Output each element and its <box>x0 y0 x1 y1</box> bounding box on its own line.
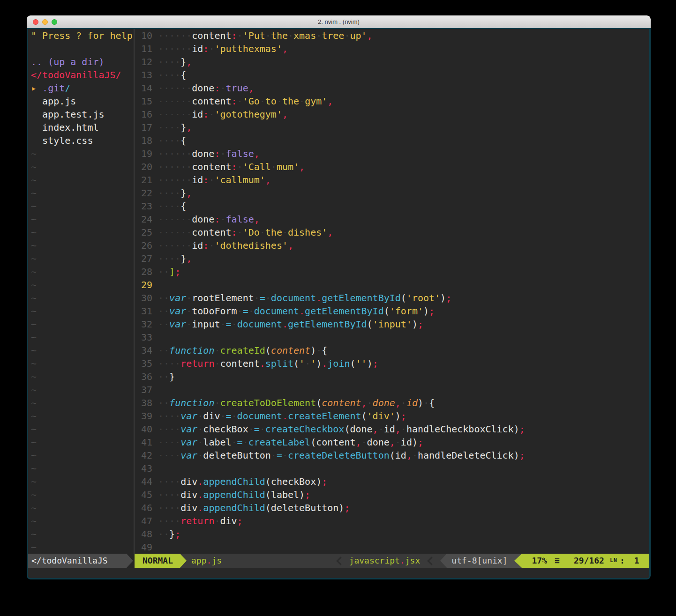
code-line[interactable]: 36··} <box>135 370 649 383</box>
token: ( <box>265 476 271 487</box>
code-line[interactable]: 38··function·createToDoElement(content,·… <box>135 396 649 409</box>
code-line[interactable]: 31··var·toDoForm·=·document.getElementBy… <box>135 304 649 318</box>
sidebar-item[interactable]: app.test.js <box>28 108 134 121</box>
code-line[interactable]: 23····{ <box>135 200 649 213</box>
code-line[interactable]: 46····div.appendChild(deleteButton); <box>135 501 649 514</box>
empty-line-tilde: ~ <box>28 409 134 423</box>
close-button[interactable] <box>33 19 38 25</box>
token: · <box>367 397 373 408</box>
code-line[interactable]: 28··]; <box>135 265 649 278</box>
code-line[interactable]: 21······id:·'callmum', <box>135 173 649 186</box>
code-line[interactable]: 19······done:·false, <box>135 147 649 160</box>
token: var <box>169 292 186 304</box>
minimize-button[interactable] <box>42 19 48 25</box>
sidebar-item[interactable]: " Press ? for help <box>28 29 134 42</box>
code-line[interactable]: 13····{ <box>135 68 649 82</box>
code-line[interactable]: 45····div.appendChild(label); <box>135 488 649 501</box>
code-line[interactable]: 16······id:·'gotothegym', <box>135 108 649 121</box>
code-line[interactable]: 32··var·input·=·document.getElementById(… <box>135 318 649 331</box>
code-line[interactable]: 48··}; <box>135 527 649 541</box>
token: ; <box>322 476 327 487</box>
line-number: 26 <box>135 239 158 252</box>
token: · <box>316 30 322 41</box>
code-line[interactable]: 27····}, <box>135 252 649 265</box>
token: app.js <box>31 96 76 107</box>
code-line[interactable]: 43 <box>135 462 649 475</box>
code-line[interactable]: 26······id:·'dothedishes', <box>135 239 649 252</box>
code-line[interactable]: 30··var·rootElement·=·document.getElemen… <box>135 291 649 304</box>
token: ( <box>367 319 373 330</box>
code-line[interactable]: 42····var·deleteButton·=·createDeleteBut… <box>135 449 649 462</box>
sidebar-item[interactable]: .. (up a dir) <box>28 55 134 68</box>
code-line[interactable]: 33 <box>135 331 649 344</box>
code-line[interactable]: 11······id:·'putthexmas', <box>135 42 649 55</box>
token: 'callmum' <box>214 174 265 186</box>
token: , <box>367 30 373 41</box>
nerdtree-file-explorer: " Press ? for help.. (up a dir)</todoVan… <box>28 29 134 554</box>
token: · <box>220 319 225 330</box>
token: · <box>186 292 192 304</box>
token: done <box>373 397 395 408</box>
token: · <box>299 96 305 107</box>
line-number: 25 <box>135 226 158 239</box>
code-line[interactable]: 15······content:·'Go·to·the·gym', <box>135 95 649 108</box>
token: getElementById <box>305 305 384 317</box>
code-line[interactable]: 41····var·label·=·createLabel(content,·d… <box>135 436 649 449</box>
token: true <box>226 82 248 94</box>
sidebar-item[interactable]: app.js <box>28 95 134 108</box>
sidebar-item[interactable] <box>28 42 134 55</box>
token: : <box>214 148 220 159</box>
token: } <box>180 122 186 133</box>
code-line[interactable]: 22····}, <box>135 186 649 200</box>
token: 'div' <box>367 410 395 422</box>
code-line[interactable]: 47····return·div; <box>135 514 649 527</box>
token: { <box>180 200 186 212</box>
token: div <box>180 502 197 513</box>
line-number: 43 <box>135 462 158 475</box>
token: ) <box>310 345 316 356</box>
code-line[interactable]: 49 <box>135 541 649 554</box>
sidebar-item[interactable]: ▸ .git/ <box>28 82 134 95</box>
sidebar-item[interactable]: style.css <box>28 134 134 147</box>
code-line[interactable]: 18····{ <box>135 134 649 147</box>
statusline-position-segment: 17% ≡ 29/162 LN : 1 <box>522 554 649 568</box>
traffic-lights <box>33 15 57 28</box>
code-line[interactable]: 35····return·content.split('·').join('')… <box>135 357 649 370</box>
code-line[interactable]: 20······content:·'Call·mum', <box>135 160 649 173</box>
token: : <box>232 30 237 41</box>
code-line[interactable]: 37 <box>135 383 649 396</box>
token: ) <box>423 305 429 317</box>
token: ( <box>293 358 299 369</box>
code-line[interactable]: 29 <box>135 278 649 291</box>
code-line[interactable]: 24······done:·false, <box>135 213 649 226</box>
token: ·· <box>158 266 169 277</box>
line-number: 38 <box>135 396 158 409</box>
token: var <box>169 319 186 330</box>
code-line[interactable]: 17····}, <box>135 121 649 134</box>
token: content <box>192 30 231 41</box>
code-line[interactable]: 34··function·createId(content)·{ <box>135 344 649 357</box>
command-line <box>28 568 649 578</box>
code-line[interactable]: 12····}, <box>135 55 649 68</box>
code-editor[interactable]: 10······content:·'Put·the·xmas·tree·up',… <box>135 29 649 554</box>
code-line[interactable]: 40····var·checkBox·=·createCheckbox(done… <box>135 423 649 436</box>
token: ···· <box>158 358 180 369</box>
line-number: 20 <box>135 160 158 173</box>
token: function <box>169 397 214 408</box>
code-line[interactable]: 25······content:·'Do·the·dishes', <box>135 226 649 239</box>
window-titlebar[interactable]: 2. nvim . (nvim) <box>27 15 651 28</box>
token: done <box>192 82 214 94</box>
sidebar-item[interactable]: index.html <box>28 121 134 134</box>
token: · <box>401 423 406 435</box>
code-line[interactable]: 10······content:·'Put·the·xmas·tree·up', <box>135 29 649 42</box>
sidebar-item[interactable]: </todoVanillaJS/ <box>28 68 134 82</box>
code-line[interactable]: 14······done:·true, <box>135 82 649 95</box>
code-line[interactable]: 44····div.appendChild(checkBox); <box>135 475 649 488</box>
token: · <box>186 305 192 317</box>
token: ·· <box>158 319 169 330</box>
token: · <box>316 345 322 356</box>
zoom-button[interactable] <box>52 19 57 25</box>
empty-line-tilde: ~ <box>28 252 134 265</box>
line-number: 16 <box>135 108 158 121</box>
code-line[interactable]: 39····var·div·=·document.createElement('… <box>135 409 649 423</box>
